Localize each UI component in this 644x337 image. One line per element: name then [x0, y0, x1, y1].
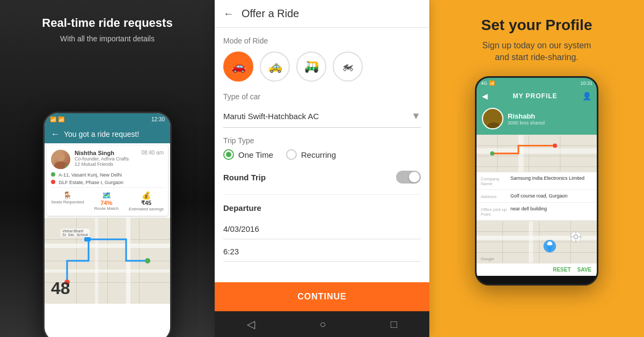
rider-details: Nishtha Singh Co-founder, Adhva Crafts 1…	[75, 150, 137, 167]
mode-icons-row: 🚗 🚕 🛺 🏍	[223, 52, 421, 82]
pickup-text: A-11, Vasant Kunj, New Delhi	[58, 172, 122, 178]
date-field[interactable]: 4/03/2016	[223, 219, 421, 239]
middle-top-bar: ← Offer a Ride	[215, 0, 429, 28]
round-trip-toggle[interactable]	[396, 171, 421, 184]
left-title: Real-time ride requests	[0, 16, 215, 30]
dropdown-arrow-icon: ▼	[411, 111, 421, 122]
profile-user-meta: 3090 kms shared	[508, 120, 545, 126]
recurring-option[interactable]: Recurring	[286, 149, 336, 160]
trip-type-row: One Time Recurring	[223, 149, 421, 160]
car-type-label: Type of car	[223, 92, 421, 101]
middle-back-button[interactable]: ←	[223, 8, 234, 20]
address-field: Address Golf course road, Gurgaon	[477, 190, 597, 203]
round-trip-row: Round Trip	[223, 171, 421, 186]
left-phone-shell: 📶 📶 12:30 ← You got a ride request!	[43, 112, 172, 337]
one-time-radio-inner	[226, 152, 231, 157]
time-field[interactable]: 6:23	[223, 241, 421, 262]
map-area: 48 Vishal BhartiSr. Sec. School	[45, 218, 170, 304]
savings-label: Estimated savings	[129, 207, 164, 211]
right-signal-icon: 4G 📶	[481, 80, 495, 86]
svg-text:Google: Google	[481, 257, 494, 261]
rating-badge: 4.5	[65, 165, 70, 169]
right-nav-bar: ◀ MY PROFILE 👤	[477, 89, 597, 104]
right-back-button[interactable]: ◀	[482, 92, 488, 100]
recurring-radio[interactable]	[286, 149, 297, 160]
left-panel-text: Real-time ride requests With all the imp…	[0, 16, 215, 43]
rider-meta1: Co-founder, Adhva Crafts	[75, 156, 137, 162]
mode-car-button[interactable]: 🚗	[223, 52, 253, 82]
match-value: 74%	[94, 200, 119, 206]
left-phone-screen: 📶 📶 12:30 ← You got a ride request!	[45, 113, 170, 337]
profile-bottom-map: Google	[477, 221, 597, 263]
savings-value: ₹45	[129, 200, 164, 207]
svg-point-6	[487, 122, 501, 129]
right-status-bar: 4G 📶 10:31	[477, 78, 597, 89]
one-time-option[interactable]: One Time	[223, 149, 273, 160]
map-number: 48	[51, 279, 70, 298]
right-phone-shell: 4G 📶 10:31 ◀ MY PROFILE 👤 Rishabh	[475, 76, 598, 285]
nav-recents-icon[interactable]: □	[391, 318, 397, 331]
seats-stat: 🪑 Seats Requested	[51, 191, 84, 211]
left-subtitle: With all the important details	[0, 34, 215, 43]
right-subtitle: Sign up today on our systemand start rid…	[482, 40, 591, 64]
profile-avatar	[482, 108, 503, 129]
right-status-time: 10:31	[580, 80, 592, 86]
profile-icon: 👤	[582, 92, 591, 100]
nav-home-icon[interactable]: ○	[319, 318, 326, 331]
recurring-label: Recurring	[301, 150, 336, 159]
right-title: Set your Profile	[481, 16, 592, 34]
middle-panel: ← Offer a Ride Mode of Ride 🚗 🚕 🛺 🏍 Type…	[215, 0, 429, 337]
mode-taxi-button[interactable]: 🚕	[260, 52, 290, 82]
save-button[interactable]: SAVE	[577, 267, 592, 273]
left-nav-bar: ← You got a ride request!	[45, 125, 170, 143]
left-phone-container: 📶 📶 12:30 ← You got a ride request!	[43, 112, 172, 337]
left-back-arrow[interactable]: ←	[51, 129, 60, 139]
left-panel: Real-time ride requests With all the imp…	[0, 0, 215, 337]
svg-point-17	[553, 144, 557, 148]
left-nav-title: You got a ride request!	[64, 130, 139, 138]
match-stat: 🗺️ 74% Route Match	[94, 191, 119, 211]
profile-user-info: Rishabh 3090 kms shared	[508, 112, 545, 126]
round-trip-label: Round Trip	[223, 173, 266, 182]
car-type-value: Maruti Swift-Hatchback AC	[223, 112, 319, 121]
left-status-bar: 📶 📶 12:30	[45, 113, 170, 125]
profile-username: Rishabh	[508, 112, 545, 120]
continue-button[interactable]: CONTINUE	[215, 282, 429, 311]
mode-bike-button[interactable]: 🏍	[333, 52, 363, 82]
dropoff-text: DLF Estate, Phase I, Gurgaon	[59, 180, 124, 185]
middle-content: Mode of Ride 🚗 🚕 🛺 🏍 Type of car Maruti …	[215, 28, 429, 282]
nav-back-icon[interactable]: ◁	[247, 318, 255, 331]
mode-auto-button[interactable]: 🛺	[296, 52, 326, 82]
divider1	[223, 194, 421, 195]
bottom-nav: ◁ ○ □	[215, 311, 429, 337]
right-phone-container: 4G 📶 10:31 ◀ MY PROFILE 👤 Rishabh	[475, 76, 598, 285]
mode-label: Mode of Ride	[223, 36, 421, 45]
profile-avatar-area: Rishabh 3090 kms shared	[477, 104, 597, 135]
rider-time: 08:40 am	[141, 150, 164, 156]
right-nav-title: MY PROFILE	[513, 92, 557, 100]
departure-label: Departure	[223, 203, 421, 213]
rider-name: Nishtha Singh	[75, 150, 137, 156]
rider-meta2: 12 Mutual Friends	[75, 162, 137, 167]
right-panel: Set your Profile Sign up today on our sy…	[429, 0, 644, 337]
one-time-radio[interactable]	[223, 149, 234, 160]
address-value: Golf course road, Gurgaon	[510, 193, 592, 199]
car-type-dropdown[interactable]: Maruti Swift-Hatchback AC ▼	[223, 105, 421, 128]
pickup-route: A-11, Vasant Kunj, New Delhi	[51, 172, 164, 178]
middle-title: Offer a Ride	[241, 8, 299, 20]
left-status-icons: 📶 📶	[50, 116, 64, 122]
pickup-value: near dell building	[510, 206, 592, 217]
toggle-knob	[409, 172, 420, 182]
svg-rect-26	[529, 221, 533, 263]
reset-button[interactable]: RESET	[553, 267, 570, 273]
pickup-dot	[51, 172, 55, 177]
rider-avatar: 4.5	[51, 150, 70, 169]
svg-point-3	[145, 258, 150, 263]
company-field: Company Name Samsung India Electronics L…	[477, 172, 597, 190]
profile-action-bar: RESET SAVE	[477, 263, 597, 276]
address-label: Address	[481, 193, 510, 199]
trip-type-label: Trip Type	[223, 136, 421, 145]
map-label1: Vishal BhartiSr. Sec. School	[61, 229, 90, 237]
svg-rect-14	[477, 149, 597, 154]
profile-form: Company Name Samsung India Electronics L…	[477, 172, 597, 221]
